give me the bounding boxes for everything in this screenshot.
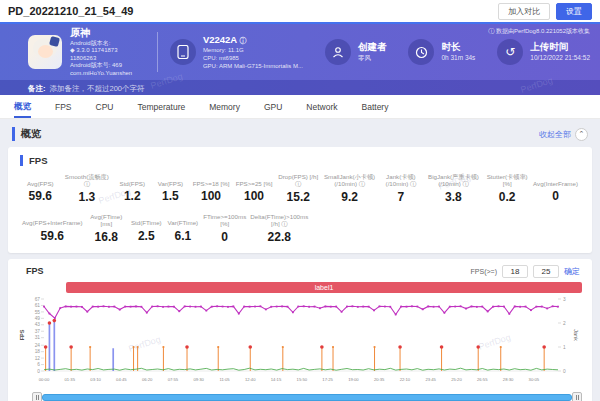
stat-value: 3.8: [426, 190, 482, 204]
tab-overview[interactable]: 概览: [14, 95, 31, 118]
upload-time-value: 10/12/2022 21:54:52: [530, 54, 590, 63]
stat-value: 59.6: [22, 229, 83, 243]
stat-value: 1.5: [153, 189, 187, 203]
scrollbar-handle-left[interactable]: [32, 392, 42, 401]
svg-text:31: 31: [35, 335, 41, 340]
svg-text:26:55: 26:55: [477, 377, 488, 382]
svg-text:25:20: 25:20: [451, 377, 462, 382]
stat-value: 16.8: [87, 230, 126, 244]
fps-chart-card: PerfDog PerfDog FPS FPS(>=) 确定 label1 06…: [8, 259, 592, 401]
stat-value: 100: [235, 189, 274, 203]
fps-stats-row1: Avg(FPS)59.6 Smooth(流畅度) ⓘ1.3 Std(FPS)1.…: [20, 173, 580, 204]
tab-battery[interactable]: Battery: [362, 95, 389, 118]
page-title: PD_20221210_21_54_49: [8, 5, 133, 17]
stat-value: 0: [203, 230, 246, 244]
duration-clock-icon: [408, 39, 434, 65]
settings-button[interactable]: 设置: [556, 3, 592, 20]
android-build: Android版本号: 469: [70, 62, 145, 70]
collapse-chevron-icon[interactable]: ⌃: [575, 128, 588, 141]
svg-text:15:50: 15:50: [297, 377, 308, 382]
stat-value: 0: [533, 189, 578, 203]
tab-cpu[interactable]: CPU: [96, 95, 114, 118]
svg-text:09:30: 09:30: [193, 377, 204, 382]
stat-value: 1.3: [63, 190, 112, 204]
stat-value: 2.5: [130, 229, 163, 243]
game-name: 原神: [70, 27, 145, 40]
svg-text:Jank: Jank: [573, 329, 579, 341]
svg-text:06:20: 06:20: [142, 377, 153, 382]
stat-value: 6.1: [167, 229, 200, 243]
device-model: V2242A: [203, 34, 237, 45]
confirm-button[interactable]: 确定: [564, 266, 580, 277]
tab-memory[interactable]: Memory: [209, 95, 240, 118]
svg-text:24: 24: [35, 343, 41, 348]
svg-text:0: 0: [563, 368, 566, 373]
svg-text:6: 6: [37, 362, 40, 367]
note-bar[interactable]: 备注: 添加备注，不超过200个字符: [0, 80, 600, 95]
svg-text:14:15: 14:15: [271, 377, 282, 382]
join-compare-button[interactable]: 加入对比: [498, 3, 550, 20]
chart-title: FPS: [26, 266, 44, 276]
svg-text:00:00: 00:00: [39, 377, 50, 382]
svg-text:2: 2: [563, 320, 566, 325]
collapse-all-link[interactable]: 收起全部: [539, 129, 571, 140]
svg-text:12: 12: [35, 356, 41, 361]
svg-text:0: 0: [37, 368, 40, 373]
tab-network[interactable]: Network: [306, 95, 337, 118]
title-bar: PD_20221210_21_54_49 加入对比 设置: [0, 0, 600, 22]
stat-value: 59.6: [22, 189, 59, 203]
svg-text:23:45: 23:45: [425, 377, 436, 382]
tab-fps[interactable]: FPS: [55, 95, 72, 118]
svg-text:18: 18: [35, 349, 41, 354]
fps-threshold-input-1[interactable]: [502, 265, 528, 278]
scrollbar-handle-right[interactable]: [572, 392, 582, 401]
stat-value: 100: [192, 189, 231, 203]
svg-text:03:10: 03:10: [90, 377, 101, 382]
stat-value: 1.2: [115, 189, 149, 203]
device-memory: Memory: 11.1G: [203, 46, 303, 54]
creator-value: 零风: [358, 54, 387, 63]
game-app-icon: [28, 35, 62, 69]
svg-text:22:10: 22:10: [400, 377, 411, 382]
svg-text:12:40: 12:40: [245, 377, 256, 382]
svg-text:19:00: 19:00: [348, 377, 359, 382]
chart-annotation-band[interactable]: label1: [66, 282, 582, 293]
tab-gpu[interactable]: GPU: [264, 95, 282, 118]
info-icon[interactable]: ⓘ: [240, 37, 247, 44]
chart-range-scrollbar[interactable]: [32, 392, 582, 401]
collector-version-note: ⓘ 数据由PerfDog8.0.221052版本收集: [488, 27, 590, 36]
section-title-overview: 概览: [12, 127, 41, 141]
creator-label: 创建者: [358, 41, 387, 54]
device-gpu: GPU: ARM Mali-G715-Immortalis M...: [203, 62, 303, 70]
upload-time-label: 上传时间: [530, 41, 590, 54]
svg-text:11:05: 11:05: [219, 377, 230, 382]
device-cpu: CPU: mt6985: [203, 54, 303, 62]
svg-text:1: 1: [563, 344, 566, 349]
svg-text:17:25: 17:25: [322, 377, 333, 382]
stat-value: 9.2: [323, 190, 376, 204]
svg-text:01:35: 01:35: [65, 377, 76, 382]
fps-time-series-chart[interactable]: 06121824313743495561670123FPSJank00:0001…: [18, 295, 582, 387]
creator-icon: [325, 39, 351, 65]
svg-text:04:45: 04:45: [116, 377, 127, 382]
stat-value: 15.2: [278, 190, 319, 204]
stat-value: 22.8: [250, 230, 308, 244]
fps-threshold-input-2[interactable]: [533, 265, 559, 278]
upload-time-icon: ↺: [497, 39, 523, 65]
phone-icon: [170, 39, 196, 65]
fps-threshold-label: FPS(>=): [471, 268, 497, 275]
fps-panel-title: FPS: [20, 155, 580, 166]
note-placeholder: 添加备注，不超过200个字符: [50, 84, 145, 94]
scrollbar-track[interactable]: [42, 394, 572, 401]
svg-text:30:05: 30:05: [529, 377, 540, 382]
duration-label: 时长: [441, 41, 475, 54]
metric-tabs: 概览 FPS CPU Temperature Memory GPU Networ…: [0, 95, 600, 119]
note-label: 备注:: [28, 84, 46, 94]
svg-text:20:35: 20:35: [374, 377, 385, 382]
tab-temperature[interactable]: Temperature: [137, 95, 185, 118]
report-header-card: ⓘ 数据由PerfDog8.0.221052版本收集 PerfDog PerfD…: [0, 22, 600, 95]
svg-text:3: 3: [563, 296, 566, 301]
svg-text:67: 67: [35, 296, 41, 301]
svg-text:43: 43: [35, 322, 41, 327]
fps-summary-card: PerfDog PerfDog FPS Avg(FPS)59.6 Smooth(…: [8, 147, 592, 253]
